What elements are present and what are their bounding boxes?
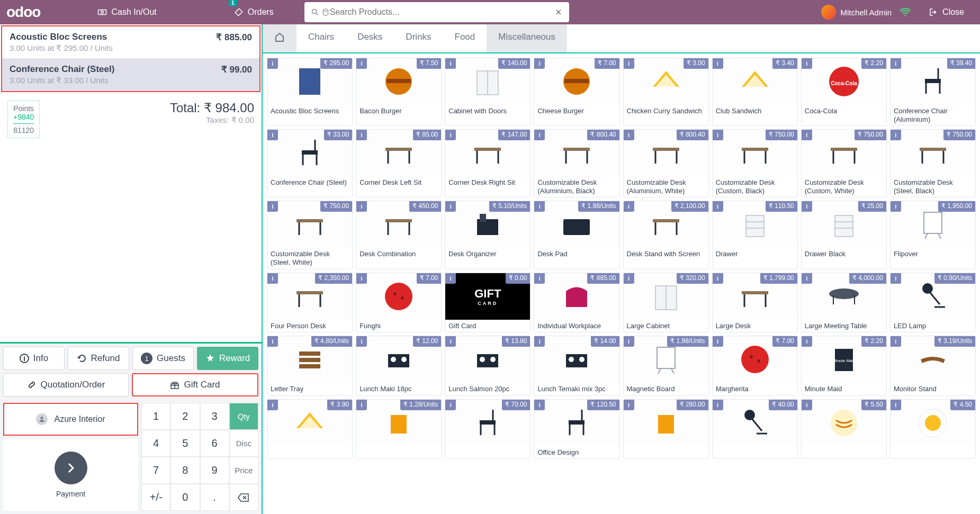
product-info-icon[interactable]: i <box>713 273 723 284</box>
category-tab[interactable]: Desks <box>346 24 394 52</box>
key-3[interactable]: 3 <box>200 403 229 430</box>
product-card[interactable]: i ₹ 140.00 Cabinet with Doors <box>445 58 531 126</box>
product-card[interactable]: i ₹ 2.20 Coca-Cola Coca-Cola <box>801 58 887 126</box>
product-info-icon[interactable]: i <box>713 336 723 347</box>
product-card[interactable]: i ₹ 39.40 Conference Chair (Aluminium) <box>890 58 976 126</box>
product-card[interactable]: i ₹ 40.00 <box>712 399 798 459</box>
product-card[interactable]: i ₹ 750.00 Customizable Desk (Custom, Bl… <box>712 129 798 197</box>
product-card[interactable]: i ₹ 14.00 Lunch Temaki mix 3pc <box>534 336 619 396</box>
key-0[interactable]: 0 <box>170 484 200 511</box>
product-card[interactable]: i ₹ 7.00 Funghi <box>356 273 442 333</box>
product-card[interactable]: i ₹ 0.90/Units LED Lamp <box>890 273 976 333</box>
product-info-icon[interactable]: i <box>267 400 278 410</box>
key-qty[interactable]: Qty <box>229 403 258 430</box>
info-button[interactable]: i Info <box>3 347 65 370</box>
product-info-icon[interactable]: i <box>267 273 278 284</box>
key-7[interactable]: 7 <box>141 457 170 484</box>
product-info-icon[interactable]: i <box>713 400 723 410</box>
product-card[interactable]: i ₹ 295.00 Acoustic Bloc Screens <box>267 58 353 126</box>
product-info-icon[interactable]: i <box>624 130 634 140</box>
product-card[interactable]: i ₹ 750.00 Customizable Desk (Steel, Whi… <box>267 201 353 269</box>
giftcard-button[interactable]: Gift Card <box>132 373 258 396</box>
product-card[interactable]: i ₹ 120.50 Office Design <box>534 399 619 459</box>
clear-icon[interactable] <box>554 8 563 16</box>
product-info-icon[interactable]: i <box>267 336 278 347</box>
key-9[interactable]: 9 <box>200 457 229 484</box>
product-card[interactable]: i ₹ 3.90 <box>267 399 353 459</box>
category-tab[interactable]: Food <box>443 24 487 52</box>
close-button[interactable]: Close <box>919 0 974 24</box>
product-info-icon[interactable]: i <box>356 273 367 284</box>
product-card[interactable]: i ₹ 85.00 Corner Desk Left Sit <box>356 129 442 197</box>
product-info-icon[interactable]: i <box>534 336 545 347</box>
product-info-icon[interactable]: i <box>802 130 812 140</box>
product-card[interactable]: i ₹ 1,799.00 Large Desk <box>712 273 798 333</box>
refund-button[interactable]: Refund <box>68 347 129 370</box>
customer-button[interactable]: Azure Interior <box>3 403 138 436</box>
product-info-icon[interactable]: i <box>445 58 456 69</box>
product-card[interactable]: i ₹ 7.00 Cheese Burger <box>534 58 619 126</box>
product-info-icon[interactable]: i <box>713 58 723 69</box>
category-tab[interactable]: Drinks <box>394 24 443 52</box>
product-card[interactable]: i ₹ 13.80 Lunch Salmon 20pc <box>445 336 531 396</box>
product-card[interactable]: i ₹ 4.50 <box>890 399 976 459</box>
product-card[interactable]: i ₹ 2,100.00 Desk Stand with Screen <box>623 201 709 269</box>
category-tab[interactable]: Miscellaneous <box>487 24 567 52</box>
product-card[interactable]: i ₹ 70.00 <box>445 399 531 459</box>
product-card[interactable]: i ₹ 5.50 <box>801 399 887 459</box>
payment-button[interactable]: Payment <box>3 439 138 511</box>
product-info-icon[interactable]: i <box>891 58 901 69</box>
product-info-icon[interactable]: i <box>891 273 901 284</box>
product-card[interactable]: i ₹ 110.50 Drawer <box>712 201 798 269</box>
product-card[interactable]: i ₹ 750.00 Customizable Desk (Steel, Bla… <box>890 129 976 197</box>
product-card[interactable]: i ₹ 450.00 Desk Combination <box>356 201 442 269</box>
product-info-icon[interactable]: i <box>891 130 901 140</box>
reward-button[interactable]: Reward <box>197 347 258 370</box>
product-info-icon[interactable]: i <box>534 400 545 410</box>
product-info-icon[interactable]: i <box>624 201 634 212</box>
product-info-icon[interactable]: i <box>534 58 545 69</box>
category-tab[interactable]: Chairs <box>296 24 346 52</box>
product-card[interactable]: i ₹ 800.40 Customizable Desk (Aluminium,… <box>534 129 619 197</box>
product-info-icon[interactable]: i <box>713 130 723 140</box>
order-line[interactable]: Conference Chair (Steel)3.00 Units at ₹ … <box>2 59 259 91</box>
product-card[interactable]: i ₹ 3.00 Chicken Curry Sandwich <box>623 58 709 126</box>
product-card[interactable]: i ₹ 5.10/Units Desk Organizer <box>445 201 531 269</box>
key-disc[interactable]: Disc <box>229 430 258 457</box>
product-card[interactable]: i ₹ 3.40 Club Sandwich <box>712 58 798 126</box>
product-info-icon[interactable]: i <box>445 400 456 410</box>
product-info-icon[interactable]: i <box>802 58 812 69</box>
product-card[interactable]: i ₹ 7.50 Bacon Burger <box>356 58 442 126</box>
key-pm[interactable]: +/- <box>141 484 170 511</box>
product-card[interactable]: i ₹ 320.00 Large Cabinet <box>623 273 709 333</box>
product-info-icon[interactable]: i <box>891 400 901 410</box>
product-card[interactable]: i ₹ 1.98/Units Magnetic Board <box>623 336 709 396</box>
product-card[interactable]: i ₹ 885.00 Individual Workplace <box>534 273 619 333</box>
product-info-icon[interactable]: i <box>534 201 545 212</box>
product-info-icon[interactable]: i <box>445 336 456 347</box>
product-info-icon[interactable]: i <box>802 273 812 284</box>
key-2[interactable]: 2 <box>170 403 200 430</box>
product-card[interactable]: i ₹ 25.00 Drawer Black <box>801 201 887 269</box>
key-8[interactable]: 8 <box>170 457 200 484</box>
product-info-icon[interactable]: i <box>267 130 278 140</box>
product-card[interactable]: i ₹ 4.80/Units Letter Tray <box>267 336 353 396</box>
key-4[interactable]: 4 <box>141 430 170 457</box>
product-info-icon[interactable]: i <box>356 336 367 347</box>
search-input[interactable] <box>330 7 554 17</box>
product-card[interactable]: i ₹ 33.00 Conference Chair (Steel) <box>267 129 353 197</box>
product-card[interactable]: i ₹ 7.00 Margherita <box>712 336 798 396</box>
product-info-icon[interactable]: i <box>445 273 456 284</box>
orders-button[interactable]: 1 Orders <box>224 0 283 24</box>
product-card[interactable]: i ₹ 0.00 GIFTCARD Gift Card <box>445 273 531 333</box>
product-info-icon[interactable]: i <box>891 201 901 212</box>
product-card[interactable]: i ₹ 4,000.00 Large Meeting Table <box>801 273 887 333</box>
key-6[interactable]: 6 <box>200 430 229 457</box>
product-info-icon[interactable]: i <box>713 201 723 212</box>
product-info-icon[interactable]: i <box>802 400 812 410</box>
product-info-icon[interactable]: i <box>624 400 634 410</box>
product-card[interactable]: i ₹ 2,350.00 Four Person Desk <box>267 273 353 333</box>
key-dot[interactable]: . <box>200 484 229 511</box>
product-card[interactable]: i ₹ 1,950.00 Flipover <box>890 201 976 269</box>
quotation-button[interactable]: Quotation/Order <box>3 373 129 396</box>
